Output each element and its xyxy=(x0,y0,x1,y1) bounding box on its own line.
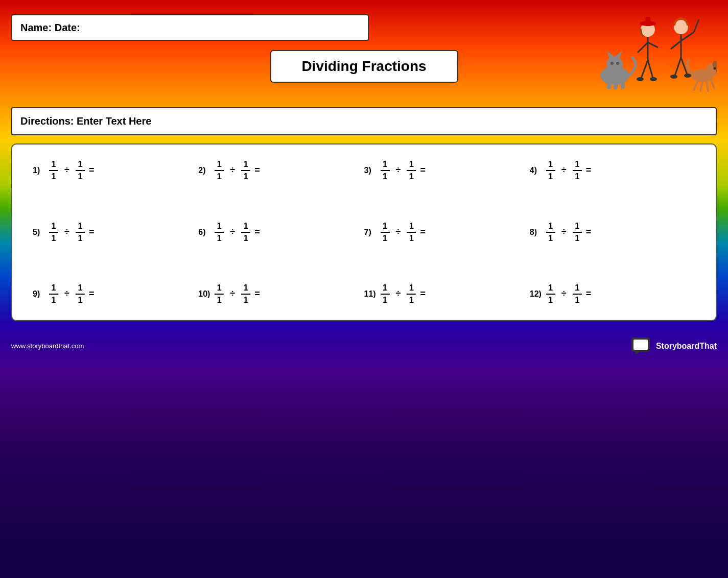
svg-point-5 xyxy=(616,62,619,65)
equals-sign: = xyxy=(420,165,426,176)
svg-line-36 xyxy=(711,80,714,88)
problem-number: 7) xyxy=(364,228,377,237)
problem-item: 4) 1 1 ÷ 1 1 = xyxy=(530,160,695,181)
svg-line-25 xyxy=(681,58,687,75)
problem-number: 3) xyxy=(364,166,377,175)
svg-marker-38 xyxy=(636,352,640,355)
equals-sign: = xyxy=(420,227,426,237)
worksheet-area: 1) 1 1 ÷ 1 1 = 2) 1 1 ÷ 1 1 = 3) 1 xyxy=(11,143,717,321)
problem-number: 1) xyxy=(33,166,45,175)
denominator-2: 1 xyxy=(78,171,82,181)
svg-rect-39 xyxy=(633,340,648,350)
denominator-2: 1 xyxy=(78,233,82,243)
fraction-1: 1 1 xyxy=(49,283,58,304)
fraction-1: 1 1 xyxy=(546,222,555,243)
numerator-1: 1 xyxy=(383,222,387,232)
problem-number: 10) xyxy=(198,290,210,299)
problem-number: 8) xyxy=(530,228,542,237)
divide-operator: ÷ xyxy=(62,165,72,176)
denominator-1: 1 xyxy=(52,295,56,305)
divide-operator: ÷ xyxy=(62,288,72,299)
fraction-2: 1 1 xyxy=(407,222,416,243)
svg-point-4 xyxy=(610,62,614,65)
denominator-1: 1 xyxy=(383,295,387,305)
numerator-2: 1 xyxy=(575,222,579,232)
fraction-1: 1 1 xyxy=(49,222,58,243)
denominator-2: 1 xyxy=(244,171,248,181)
fraction-2: 1 1 xyxy=(407,160,416,181)
numerator-2: 1 xyxy=(78,160,82,170)
fraction-2: 1 1 xyxy=(573,283,582,304)
problem-item: 8) 1 1 ÷ 1 1 = xyxy=(530,222,695,243)
denominator-2: 1 xyxy=(244,295,248,305)
numerator-2: 1 xyxy=(78,283,82,294)
fraction-1: 1 1 xyxy=(381,283,390,304)
denominator-2: 1 xyxy=(409,295,414,305)
numerator-1: 1 xyxy=(52,283,56,294)
problem-number: 12) xyxy=(530,290,542,299)
svg-line-14 xyxy=(648,42,658,47)
denominator-1: 1 xyxy=(548,171,553,181)
svg-point-26 xyxy=(670,75,677,79)
problem-item: 10) 1 1 ÷ 1 1 = xyxy=(198,283,364,304)
fraction-2: 1 1 xyxy=(241,283,250,304)
numerator-1: 1 xyxy=(548,160,553,170)
divide-operator: ÷ xyxy=(559,227,569,237)
problem-item: 1) 1 1 ÷ 1 1 = xyxy=(33,160,198,181)
divide-operator: ÷ xyxy=(559,288,569,299)
denominator-1: 1 xyxy=(548,233,553,243)
svg-line-16 xyxy=(648,60,653,78)
denominator-1: 1 xyxy=(217,233,222,243)
problem-item: 6) 1 1 ÷ 1 1 = xyxy=(198,222,364,243)
worksheet-title: Dividing Fractions xyxy=(270,50,458,83)
equals-sign: = xyxy=(586,288,592,299)
problem-number: 2) xyxy=(198,166,210,175)
numerator-1: 1 xyxy=(383,283,387,294)
problem-item: 7) 1 1 ÷ 1 1 = xyxy=(364,222,530,243)
svg-point-31 xyxy=(714,67,716,70)
name-date-field: Name: Date: xyxy=(11,14,369,41)
denominator-1: 1 xyxy=(548,295,553,305)
svg-line-35 xyxy=(707,81,708,91)
divide-operator: ÷ xyxy=(559,165,569,176)
problem-item: 2) 1 1 ÷ 1 1 = xyxy=(198,160,364,181)
problem-number: 6) xyxy=(198,228,210,237)
fraction-2: 1 1 xyxy=(76,160,85,181)
fraction-2: 1 1 xyxy=(241,222,250,243)
fraction-2: 1 1 xyxy=(241,160,250,181)
denominator-2: 1 xyxy=(78,295,82,305)
problem-number: 9) xyxy=(33,290,45,299)
fraction-1: 1 1 xyxy=(381,160,390,181)
footer-url: www.storyboardthat.com xyxy=(11,342,84,350)
svg-rect-8 xyxy=(621,80,625,89)
fraction-2: 1 1 xyxy=(76,222,85,243)
logo-text: StoryboardThat xyxy=(656,342,717,351)
fraction-1: 1 1 xyxy=(215,222,224,243)
numerator-1: 1 xyxy=(217,160,222,170)
divide-operator: ÷ xyxy=(228,288,237,299)
denominator-1: 1 xyxy=(52,171,56,181)
denominator-2: 1 xyxy=(409,233,414,243)
equals-sign: = xyxy=(254,165,260,176)
numerator-1: 1 xyxy=(548,222,553,232)
svg-rect-11 xyxy=(645,17,650,26)
denominator-2: 1 xyxy=(575,171,579,181)
footer-logo: StoryboardThat xyxy=(631,338,717,355)
fraction-1: 1 1 xyxy=(546,283,555,304)
svg-point-1 xyxy=(606,56,623,73)
denominator-1: 1 xyxy=(52,233,56,243)
directions-field: Directions: Enter Text Here xyxy=(11,107,717,135)
svg-line-23 xyxy=(671,41,681,49)
divide-operator: ÷ xyxy=(62,227,72,237)
problem-number: 4) xyxy=(530,166,542,175)
denominator-1: 1 xyxy=(217,295,222,305)
fraction-2: 1 1 xyxy=(407,283,416,304)
problem-number: 5) xyxy=(33,228,45,237)
denominator-2: 1 xyxy=(575,233,579,243)
problem-item: 3) 1 1 ÷ 1 1 = xyxy=(364,160,530,181)
numerator-2: 1 xyxy=(78,222,82,232)
numerator-2: 1 xyxy=(575,283,579,294)
fraction-1: 1 1 xyxy=(381,222,390,243)
denominator-2: 1 xyxy=(244,233,248,243)
equals-sign: = xyxy=(89,227,95,237)
